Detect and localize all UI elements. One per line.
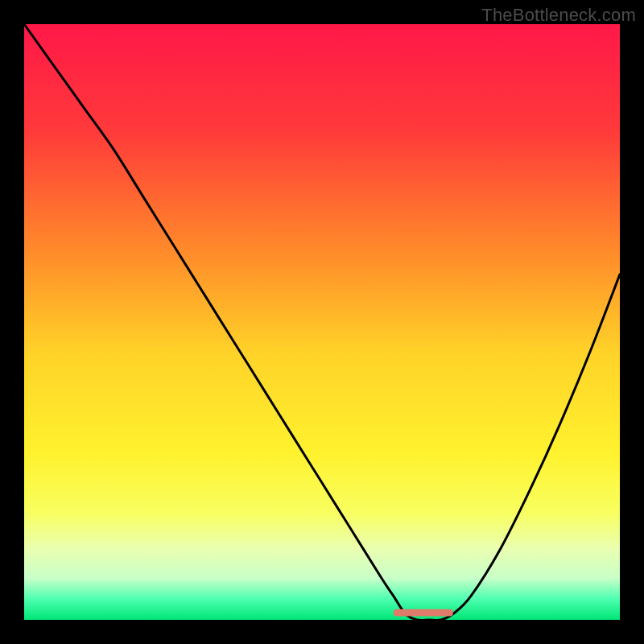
bottleneck-chart (24, 24, 620, 620)
chart-frame: TheBottleneck.com (0, 0, 644, 644)
plot-area (24, 24, 620, 620)
watermark-text: TheBottleneck.com (481, 5, 636, 26)
valley-marker (394, 609, 453, 617)
gradient-background (24, 24, 620, 620)
